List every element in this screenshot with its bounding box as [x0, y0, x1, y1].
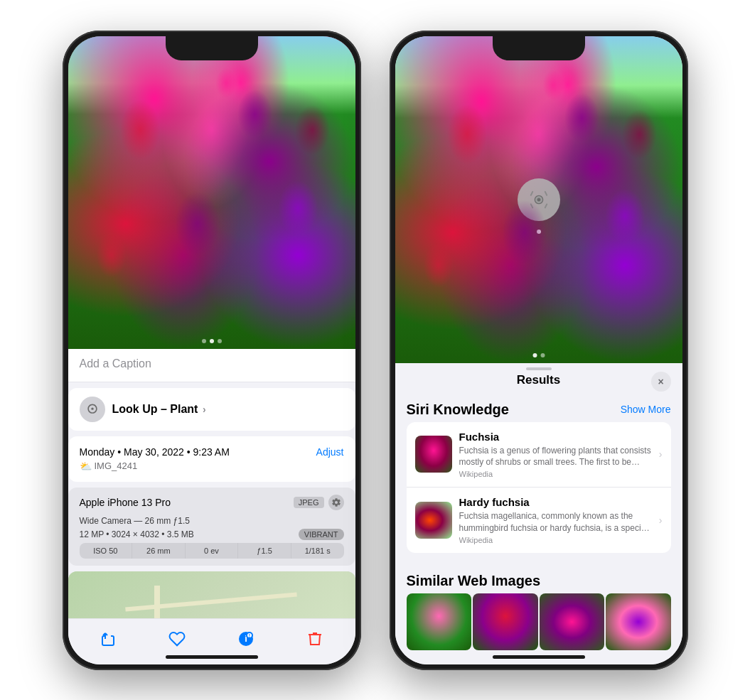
web-images-header: Similar Web Images	[395, 566, 682, 593]
knowledge-item-hardy[interactable]: Hardy fuchsia Fuchsia magellanica, commo…	[407, 488, 671, 553]
lookup-dot	[537, 230, 541, 234]
svg-point-0	[91, 407, 93, 409]
web-image-2[interactable]	[473, 593, 538, 650]
web-image-1[interactable]	[407, 593, 472, 650]
caption-area[interactable]: Add a Caption	[68, 349, 355, 382]
photo-dot	[540, 353, 545, 357]
results-panel: Results × Siri Knowledge Show More	[395, 363, 682, 664]
hardy-content: Hardy fuchsia Fuchsia magellanica, commo…	[459, 496, 653, 544]
web-images-section: Similar Web Images	[395, 559, 682, 650]
fuchsia-content: Fuchsia Fuchsia is a genus of flowering …	[459, 431, 653, 479]
visual-lookup-overlay[interactable]	[518, 178, 560, 221]
photo-hero-right	[395, 36, 682, 363]
chevron-right-icon-2: ›	[659, 515, 663, 526]
resolution-row: 12 MP • 3024 × 4032 • 3.5 MB VIBRANT	[80, 529, 344, 540]
flower-background-left	[68, 36, 355, 349]
date-text: Monday • May 30, 2022 • 9:23 AM	[80, 446, 230, 458]
like-button[interactable]	[166, 628, 188, 650]
info-button[interactable]: i !	[235, 628, 257, 650]
show-more-button[interactable]: Show More	[621, 404, 671, 415]
thumb-fuchsia-bg	[415, 436, 452, 473]
fuchsia-thumbnail	[415, 436, 452, 473]
svg-text:!: !	[249, 632, 250, 637]
thumb-hardy-bg	[415, 502, 452, 539]
chevron-right-icon: ›	[659, 448, 663, 460]
left-screen: Add a Caption Look Up – Plant ›	[68, 36, 355, 664]
siri-knowledge-title: Siri Knowledge	[407, 402, 509, 418]
photo-dots-right	[532, 353, 545, 357]
photo-dot	[532, 353, 537, 357]
right-phone: Results × Siri Knowledge Show More	[390, 31, 688, 670]
exif-ev: 0 ev	[186, 543, 239, 559]
filename-row: ⛅ IMG_4241	[80, 461, 344, 472]
share-button[interactable]	[97, 628, 119, 650]
info-panel: Add a Caption Look Up – Plant ›	[68, 349, 355, 618]
format-badges: JPEG	[294, 495, 344, 510]
web-images-grid	[395, 593, 682, 650]
vibrant-badge: VIBRANT	[299, 529, 344, 540]
fuchsia-description: Fuchsia is a genus of flowering plants t…	[459, 445, 653, 469]
home-indicator	[166, 655, 258, 659]
siri-knowledge-header: Siri Knowledge Show More	[395, 394, 682, 422]
hardy-source: Wikipedia	[459, 536, 653, 544]
knowledge-card: Fuchsia Fuchsia is a genus of flowering …	[407, 422, 671, 553]
resolution-text: 12 MP • 3024 × 4032 • 3.5 MB	[80, 529, 194, 539]
web-image-4[interactable]	[606, 593, 671, 650]
lookup-label[interactable]: Look Up – Plant ›	[112, 403, 206, 416]
exif-shutter: 1/181 s	[291, 543, 344, 559]
notch-right	[493, 36, 585, 60]
left-phone: Add a Caption Look Up – Plant ›	[63, 31, 361, 670]
chevron-icon: ›	[203, 404, 206, 415]
adjust-button[interactable]: Adjust	[316, 446, 344, 458]
exif-row: ISO 50 26 mm 0 ev ƒ1.5 1/181 s	[80, 543, 344, 559]
fuchsia-title: Fuchsia	[459, 431, 653, 443]
results-title: Results	[407, 373, 671, 387]
visual-lookup-icon	[80, 397, 105, 422]
web-image-3[interactable]	[540, 593, 605, 650]
photo-dot	[202, 339, 206, 343]
knowledge-item-fuchsia[interactable]: Fuchsia Fuchsia is a genus of flowering …	[407, 422, 671, 488]
photo-dot	[218, 339, 222, 343]
exif-aperture: ƒ1.5	[238, 543, 291, 559]
camera-model: Apple iPhone 13 Pro	[80, 497, 171, 508]
fuchsia-source: Wikipedia	[459, 470, 653, 478]
results-header: Results ×	[395, 363, 682, 394]
exif-focal: 26 mm	[132, 543, 186, 559]
map-preview[interactable]	[68, 571, 355, 618]
meta-section: Monday • May 30, 2022 • 9:23 AM Adjust ⛅…	[68, 436, 355, 482]
exif-iso: ISO 50	[80, 543, 133, 559]
close-button[interactable]: ×	[651, 372, 671, 392]
lookup-row[interactable]: Look Up – Plant ›	[68, 388, 355, 431]
meta-date-row: Monday • May 30, 2022 • 9:23 AM Adjust	[80, 446, 344, 458]
delete-button[interactable]	[304, 628, 326, 650]
photo-hero-left	[68, 36, 355, 349]
drag-handle[interactable]	[526, 367, 552, 370]
format-badge: JPEG	[294, 497, 324, 508]
web-images-title: Similar Web Images	[407, 573, 541, 589]
hardy-title: Hardy fuchsia	[459, 496, 653, 508]
cloud-icon: ⛅	[80, 461, 92, 472]
filename-text: IMG_4241	[95, 461, 138, 471]
hardy-thumbnail	[415, 502, 452, 539]
hardy-description: Fuchsia magellanica, commonly known as t…	[459, 510, 653, 534]
photo-dot-active	[210, 339, 214, 343]
notch	[166, 36, 258, 60]
caption-placeholder[interactable]: Add a Caption	[80, 357, 151, 370]
right-screen: Results × Siri Knowledge Show More	[395, 36, 682, 664]
lens-info: Wide Camera — 26 mm ƒ1.5	[80, 516, 344, 526]
home-indicator-right	[493, 655, 585, 659]
camera-section: Apple iPhone 13 Pro JPEG Wide Camera — 2…	[68, 488, 355, 566]
camera-header: Apple iPhone 13 Pro JPEG	[80, 495, 344, 510]
settings-icon[interactable]	[328, 495, 344, 510]
map-background	[68, 571, 355, 618]
photo-dots	[202, 339, 222, 343]
